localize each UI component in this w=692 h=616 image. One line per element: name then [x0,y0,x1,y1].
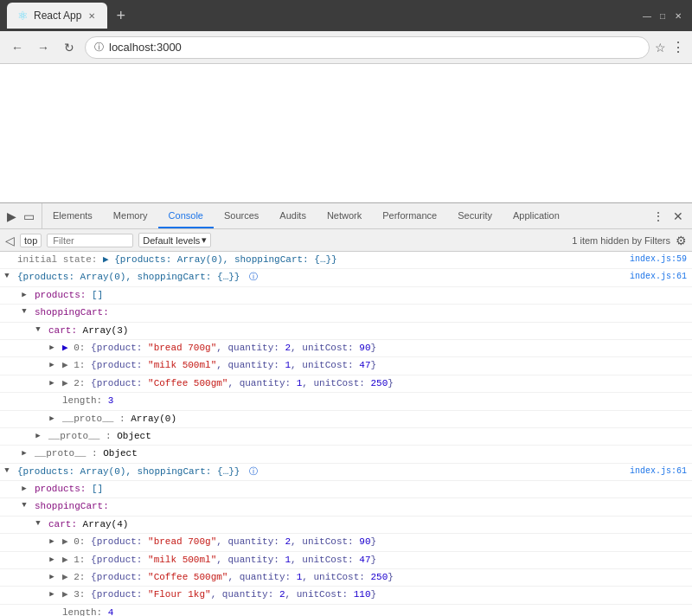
source-link-initial[interactable]: index.js:59 [625,253,692,266]
block1-proto2-row: __proto__ : Object [0,428,692,446]
block1-header-row: {products: Array(0), shoppingCart: {…}} … [0,269,692,286]
block2-item3-row: ▶ 3: {product: "Flour 1kg", quantity: 2,… [0,587,692,604]
console-context-selector[interactable]: top [20,234,42,247]
devtools-toolbar: ▶ ▭ Elements Memory Console Sources Audi… [0,203,692,229]
devtools-panel: ▶ ▭ Elements Memory Console Sources Audi… [0,202,692,616]
block2-expand-icon[interactable] [0,465,14,475]
tab-application[interactable]: Application [503,203,570,228]
block1-length-row: length: 3 [0,393,692,410]
block2-products-row: products: [] [0,481,692,498]
block2-item2-row: ▶ 2: {product: "Coffee 500gm", quantity:… [0,569,692,587]
initial-state-value[interactable]: ▶ {products: Array(0), shoppingCart: {…}… [103,254,337,265]
tab-security[interactable]: Security [447,203,503,228]
block1-proto1-expand[interactable] [45,412,59,423]
new-tab-button[interactable]: + [111,7,131,25]
devtools-left-icons: ▶ ▭ [0,203,42,228]
tab-favicon-icon: ⚛ [17,9,29,22]
webpage-area [0,64,692,202]
console-filter-input[interactable] [47,234,133,247]
url-text: localhost:3000 [109,41,640,54]
tab-performance[interactable]: Performance [372,203,447,228]
close-button[interactable]: ✕ [671,9,685,22]
block2-item1-row: ▶ 1: {product: "milk 500ml", quantity: 1… [0,552,692,569]
block1-expand-icon[interactable] [0,270,14,280]
chevron-down-icon: ▾ [202,234,207,246]
block2-header-row: {products: Array(0), shoppingCart: {…}} … [0,464,692,481]
address-bar[interactable]: ⓘ localhost:3000 [85,36,650,59]
console-clear-icon[interactable]: ◁ [5,234,15,247]
block1-proto3-row: __proto__ : Object [0,446,692,463]
tab-memory[interactable]: Memory [103,203,158,228]
navigation-bar: ← → ↻ ⓘ localhost:3000 ☆ ⋮ [0,31,692,64]
hidden-items-text: 1 item hidden by Filters [572,235,670,246]
block1-item2-expand[interactable] [45,376,59,388]
tab-title: React App [34,10,81,22]
block1-proto3-expand[interactable] [17,446,31,458]
console-bar: ◁ top Default levels ▾ 1 item hidden by … [0,229,692,252]
expand-icon[interactable] [0,253,14,254]
back-button[interactable]: ← [7,37,28,58]
console-levels-selector[interactable]: Default levels ▾ [138,233,211,247]
block1-proto2-expand[interactable] [31,429,45,440]
block1-cart-row: cart: Array(3) [0,323,692,340]
tab-close-icon[interactable]: ✕ [86,10,97,22]
tab-elements[interactable]: Elements [42,203,103,228]
devtools-close-icon[interactable]: ✕ [671,208,685,225]
tab-network[interactable]: Network [317,203,372,228]
block1-shoppingcart-content: shoppingCart: [31,305,692,320]
block2-products-expand[interactable] [17,482,31,493]
bookmark-icon[interactable]: ☆ [655,41,666,55]
browser-tab[interactable]: ⚛ React App ✕ [7,3,107,29]
block2-source[interactable]: index.js:61 [625,465,692,478]
devtools-tabs: Elements Memory Console Sources Audits N… [42,203,644,228]
block1-item2-row: ▶ 2: {product: "Coffee 500gm", quantity:… [0,375,692,393]
block1-cart-expand[interactable] [31,324,45,334]
page-content: ▶ ▭ Elements Memory Console Sources Audi… [0,64,692,616]
block1-products-content: products: [] [31,288,692,303]
tab-sources[interactable]: Sources [214,203,269,228]
block2-info-icon: ⓘ [249,467,258,477]
vertical-dots-icon[interactable]: ⋮ [650,208,666,225]
refresh-button[interactable]: ↻ [59,37,80,58]
block2-cart-row: cart: Array(4) [0,517,692,534]
title-bar: ⚛ React App ✕ + — □ ✕ [0,0,692,31]
block1-products-expand[interactable] [17,288,31,299]
block2-shoppingcart-row: shoppingCart: [0,498,692,516]
block1-shoppingcart-expand[interactable] [17,305,31,316]
forward-button[interactable]: → [33,37,54,58]
block2-shoppingcart-expand[interactable] [17,499,31,510]
console-settings-icon[interactable]: ⚙ [676,234,687,247]
secure-icon: ⓘ [94,41,104,54]
minimize-button[interactable]: — [640,9,654,22]
block1-item1-row: ▶ 1: {product: "milk 500ml", quantity: 1… [0,357,692,375]
block1-shoppingcart-row: shoppingCart: [0,305,692,322]
block1-proto1-row: __proto__ : Array(0) [0,411,692,428]
console-row-initial: initial state: ▶ {products: Array(0), sh… [0,252,692,269]
inspect-element-icon[interactable]: ▶ [5,208,18,225]
block1-header-content: {products: Array(0), shoppingCart: {…}} … [14,270,625,285]
block2-item0-row: ▶ 0: {product: "bread 700g", quantity: 2… [0,534,692,551]
menu-icon[interactable]: ⋮ [671,39,685,55]
block2-cart-expand[interactable] [31,517,45,528]
window-controls: — □ ✕ [640,9,685,22]
block1-source[interactable]: index.js:61 [625,270,692,283]
block1-info-icon: ⓘ [249,273,258,282]
tab-audits[interactable]: Audits [269,203,317,228]
initial-state-label: initial state: [17,254,97,265]
block1-item0-row: ▶ 0: {product: "bread 700g", quantity: 2… [0,340,692,357]
console-row-content: initial state: ▶ {products: Array(0), sh… [14,253,625,267]
maximize-button[interactable]: □ [656,9,670,22]
browser-window: ⚛ React App ✕ + — □ ✕ ← → ↻ ⓘ localhost:… [0,0,692,616]
block1-item1-expand[interactable] [45,358,59,369]
device-toolbar-icon[interactable]: ▭ [22,208,36,225]
console-output: initial state: ▶ {products: Array(0), sh… [0,252,692,616]
tab-console[interactable]: Console [158,203,214,228]
devtools-right-icons: ⋮ ✕ [644,208,692,225]
block1-products-row: products: [] [0,287,692,305]
block1-cart-content: cart: Array(3) [45,324,692,338]
block1-item0-expand[interactable] [45,341,59,352]
block2-length-row: length: 4 [0,605,692,616]
block2-header-content: {products: Array(0), shoppingCart: {…}} … [14,465,625,479]
block1-header-text[interactable]: {products: Array(0), shoppingCart: {…}} [17,272,240,282]
